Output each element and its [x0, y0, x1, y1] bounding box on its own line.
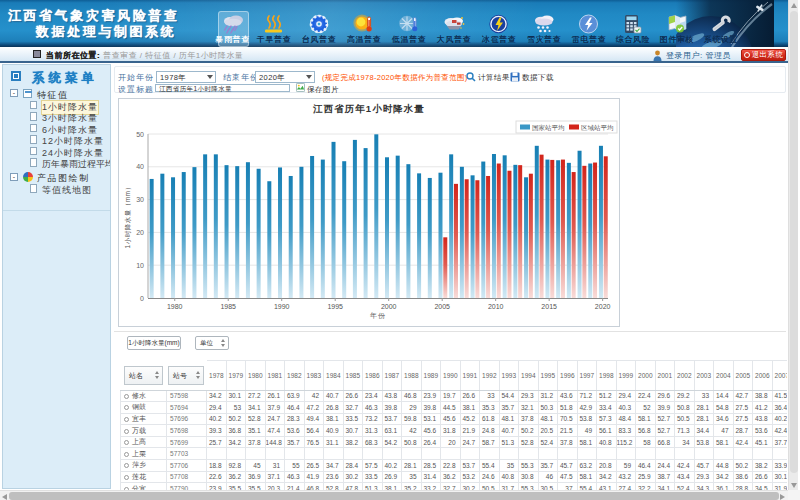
- svg-text:国家站平均: 国家站平均: [532, 124, 565, 132]
- svg-text:1980: 1980: [167, 303, 183, 310]
- svg-text:50: 50: [136, 131, 144, 138]
- svg-text:1990: 1990: [274, 303, 290, 310]
- svg-text:2020: 2020: [595, 303, 611, 310]
- svg-text:江西省历年1小时降水量: 江西省历年1小时降水量: [312, 103, 424, 114]
- svg-text:40: 40: [136, 163, 144, 170]
- svg-text:2015: 2015: [541, 303, 557, 310]
- svg-text:年份: 年份: [370, 312, 386, 320]
- svg-text:2000: 2000: [381, 303, 397, 310]
- svg-text:区域站平均: 区域站平均: [581, 124, 614, 132]
- svg-text:1995: 1995: [327, 303, 343, 310]
- svg-text:2005: 2005: [434, 303, 450, 310]
- svg-text:1985: 1985: [220, 303, 236, 310]
- svg-text:1小时降水量（mm）: 1小时降水量（mm）: [124, 184, 132, 249]
- svg-text:0: 0: [140, 295, 144, 302]
- svg-text:10: 10: [136, 262, 144, 269]
- svg-text:20: 20: [136, 229, 144, 236]
- svg-text:2010: 2010: [488, 303, 504, 310]
- svg-text:30: 30: [136, 196, 144, 203]
